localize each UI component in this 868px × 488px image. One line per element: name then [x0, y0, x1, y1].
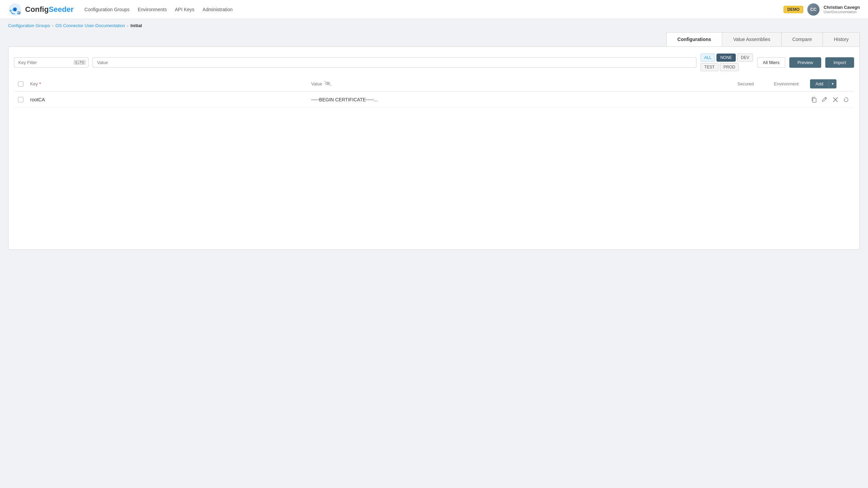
- edit-icon[interactable]: [821, 95, 829, 104]
- header-value-label: Value: [311, 81, 322, 86]
- user-info: Christian Cavegn UserDocumentation: [824, 5, 860, 14]
- delete-icon[interactable]: [831, 95, 840, 104]
- row-value-text: -----BEGIN CERTIFICATE-----...: [311, 97, 378, 102]
- row-checkbox[interactable]: [18, 97, 23, 102]
- navbar: ConfigSeeder Configuration Groups Enviro…: [0, 0, 868, 19]
- eye-slash-icon[interactable]: [324, 81, 332, 87]
- tab-configurations[interactable]: Configurations: [666, 32, 723, 46]
- row-actions: [810, 95, 854, 104]
- copy-icon[interactable]: [810, 95, 818, 104]
- env-btn-test[interactable]: TEST: [701, 63, 718, 71]
- breadcrumb-os-connector[interactable]: OS Connector User-Documentation: [56, 23, 125, 28]
- preview-button[interactable]: Preview: [789, 57, 821, 68]
- import-button[interactable]: Import: [825, 57, 854, 68]
- user-name: Christian Cavegn: [824, 5, 860, 10]
- header-secured: Secured: [729, 81, 763, 86]
- navbar-right: DEMO CC Christian Cavegn UserDocumentati…: [784, 3, 860, 16]
- header-checkbox-col: [14, 81, 27, 87]
- env-btn-all[interactable]: ALL: [701, 54, 715, 62]
- select-all-checkbox[interactable]: [18, 81, 23, 87]
- tab-value-assemblies[interactable]: Value Assemblies: [722, 32, 781, 46]
- nav-config-groups[interactable]: Configuration Groups: [84, 5, 130, 14]
- key-filter-wrapper: (.*): [14, 57, 88, 68]
- required-star: *: [39, 81, 41, 87]
- env-btn-dev[interactable]: DEV: [737, 54, 753, 62]
- brand-name: ConfigSeeder: [25, 5, 74, 14]
- filter-row: (.*) ALL NONE DEV TEST PROD All filters …: [14, 54, 854, 71]
- breadcrumb: Configuration Groups › OS Connector User…: [0, 19, 868, 32]
- add-button[interactable]: Add: [810, 79, 829, 88]
- avatar: CC: [807, 3, 820, 16]
- breadcrumb-current: Initial: [131, 23, 142, 28]
- add-button-group: Add ▾: [810, 79, 851, 88]
- tab-history[interactable]: History: [823, 32, 860, 46]
- row-key: rootCA: [27, 97, 309, 102]
- header-add: Add ▾: [810, 79, 854, 88]
- row-checkbox-col: [14, 97, 27, 102]
- table-row: rootCA -----BEGIN CERTIFICATE-----...: [14, 92, 854, 108]
- env-btn-prod[interactable]: PROD: [720, 63, 739, 71]
- tabs-container: Configurations Value Assemblies Compare …: [8, 32, 860, 46]
- header-environment: Environment: [763, 81, 810, 86]
- all-filters-button[interactable]: All filters: [757, 57, 785, 68]
- main-content: Configurations Value Assemblies Compare …: [0, 32, 868, 258]
- tab-compare[interactable]: Compare: [781, 32, 823, 46]
- restore-icon[interactable]: [842, 95, 850, 104]
- svg-rect-3: [17, 11, 20, 14]
- table-header: Key * Value Secured Environme: [14, 77, 854, 92]
- add-dropdown-button[interactable]: ▾: [829, 79, 836, 88]
- env-btn-none[interactable]: NONE: [716, 54, 736, 62]
- env-row-line-2: TEST PROD: [701, 63, 753, 71]
- app-logo: [8, 3, 22, 16]
- nav-administration[interactable]: Administration: [202, 5, 233, 14]
- header-key-label: Key: [30, 81, 38, 86]
- breadcrumb-config-groups[interactable]: Configuration Groups: [8, 23, 50, 28]
- content-panel: (.*) ALL NONE DEV TEST PROD All filters …: [8, 46, 860, 250]
- value-filter-input[interactable]: [93, 57, 696, 68]
- nav-api-keys[interactable]: API Keys: [175, 5, 195, 14]
- breadcrumb-sep-1: ›: [52, 23, 54, 28]
- user-role: UserDocumentation: [824, 10, 856, 14]
- key-filter-regex-badge: (.*): [74, 60, 86, 65]
- demo-badge: DEMO: [784, 6, 803, 13]
- svg-point-2: [10, 9, 12, 11]
- row-action-icons: [810, 95, 851, 104]
- nav-links: Configuration Groups Environments API Ke…: [84, 5, 773, 14]
- chevron-down-icon: ▾: [832, 82, 834, 86]
- env-filter-group: ALL NONE DEV TEST PROD: [701, 54, 753, 71]
- table: Key * Value Secured Environme: [14, 77, 854, 108]
- svg-point-1: [13, 8, 16, 11]
- nav-environments[interactable]: Environments: [138, 5, 167, 14]
- brand-logo-link[interactable]: ConfigSeeder: [8, 3, 74, 16]
- row-value: -----BEGIN CERTIFICATE-----...: [309, 97, 729, 102]
- row-key-value: rootCA: [30, 97, 45, 102]
- header-value: Value: [309, 81, 729, 87]
- header-key: Key *: [27, 81, 309, 87]
- env-row-line-1: ALL NONE DEV: [701, 54, 753, 62]
- breadcrumb-sep-2: ›: [127, 23, 129, 28]
- svg-rect-5: [813, 98, 816, 102]
